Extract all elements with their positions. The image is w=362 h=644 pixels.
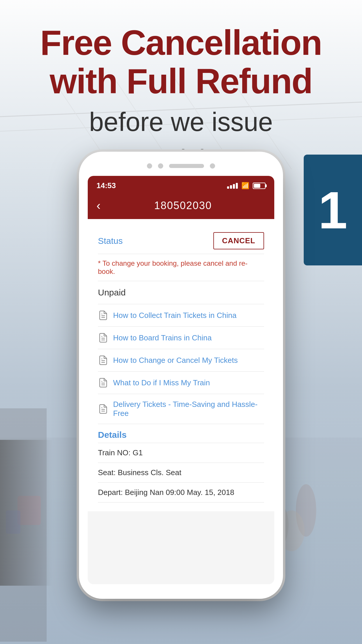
status-bar: 14:53 📶 <box>88 176 274 194</box>
detail-train-no: Train NO: G1 <box>98 443 264 463</box>
detail-depart: Depart: Beijing Nan 09:00 May. 15, 2018 <box>98 483 264 503</box>
phone-mockup: 14:53 📶 <box>79 152 283 599</box>
gate-number: 1 <box>318 180 347 240</box>
link-text-miss: What to Do if I Miss My Train <box>113 378 210 387</box>
gate-number-sign: 1 <box>304 155 362 265</box>
link-item-miss[interactable]: What to Do if I Miss My Train <box>98 372 264 394</box>
signal-bar-3 <box>233 184 235 189</box>
link-text-delivery: Delivery Tickets - Time-Saving and Hassl… <box>113 400 264 418</box>
doc-icon-5 <box>98 404 108 414</box>
doc-icon-1 <box>98 310 108 321</box>
hero-title-line1: Free Cancellation <box>17 23 345 62</box>
details-label: Details <box>98 424 264 443</box>
link-text-collect: How to Collect Train Tickets in China <box>113 311 236 320</box>
phone-top-bar <box>88 163 274 176</box>
link-item-board[interactable]: How to Board Trains in China <box>98 327 264 349</box>
content-area: Status CANCEL * To change your booking, … <box>88 219 274 511</box>
phone-dot-3 <box>210 163 215 169</box>
link-item-change[interactable]: How to Change or Cancel My Tickets <box>98 349 264 372</box>
signal-bar-4 <box>236 183 238 189</box>
battery-icon <box>253 183 266 189</box>
phone-dot-1 <box>147 163 152 169</box>
doc-icon-4 <box>98 377 108 388</box>
link-text-board: How to Board Trains in China <box>113 333 212 342</box>
status-icons: 📶 <box>227 182 266 190</box>
status-row: Status CANCEL <box>98 228 264 254</box>
phone-frame: 14:53 📶 <box>79 152 283 599</box>
link-text-change: How to Change or Cancel My Tickets <box>113 356 238 365</box>
link-item-delivery[interactable]: Delivery Tickets - Time-Saving and Hassl… <box>98 394 264 424</box>
doc-icon-3 <box>98 355 108 365</box>
signal-icon <box>227 183 238 189</box>
signal-bar-2 <box>230 185 232 189</box>
booking-status: Unpaid <box>98 281 264 304</box>
wifi-icon: 📶 <box>241 182 249 190</box>
signal-bar-1 <box>227 186 229 189</box>
phone-speaker <box>169 164 204 168</box>
phone-dot-2 <box>158 163 163 169</box>
hero-subtitle-line1: before we issue <box>17 106 345 138</box>
phone-screen: 14:53 📶 <box>88 176 274 584</box>
detail-seat: Seat: Business Cls. Seat <box>98 463 264 483</box>
battery-fill <box>254 184 260 188</box>
status-time: 14:53 <box>96 181 116 190</box>
cancel-button[interactable]: CANCEL <box>213 232 264 249</box>
nav-title: 180502030 <box>101 200 266 212</box>
warning-text: * To change your booking, please cancel … <box>98 254 264 281</box>
hero-title-line2: with Full Refund <box>17 62 345 100</box>
doc-icon-2 <box>98 332 108 343</box>
left-background-element <box>0 440 52 586</box>
navigation-bar: ‹ 180502030 <box>88 194 274 219</box>
link-item-collect[interactable]: How to Collect Train Tickets in China <box>98 304 264 327</box>
status-label: Status <box>98 236 123 246</box>
back-button[interactable]: ‹ <box>96 200 101 212</box>
